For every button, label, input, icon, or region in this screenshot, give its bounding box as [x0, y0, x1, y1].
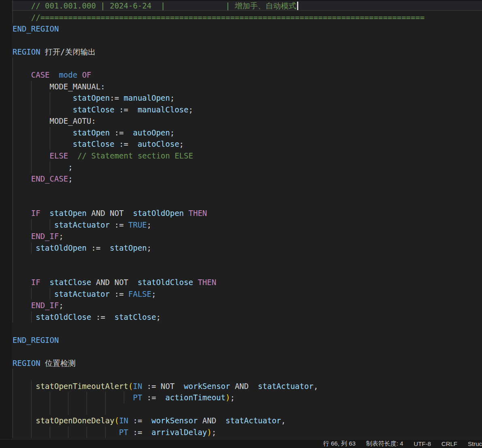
code-segment: PT	[119, 428, 128, 437]
code-line[interactable]	[13, 265, 425, 277]
code-line[interactable]: statActuator := FALSE;	[13, 288, 425, 300]
code-editor[interactable]: // 001.001.000 | 2024-6-24 | | 增加手、自动模式 …	[0, 0, 482, 439]
code-segment: (	[128, 382, 133, 391]
code-segment: PT	[133, 393, 142, 402]
code-line[interactable]: statOpenDoneDelay(IN := workSensor AND s…	[13, 415, 425, 427]
code-segment: ;	[147, 243, 151, 252]
code-segment	[40, 278, 50, 287]
code-line[interactable]: ;	[13, 161, 425, 173]
code-segment: statOldClose	[138, 278, 193, 287]
code-segment: ;	[179, 139, 184, 148]
code-segment	[13, 105, 73, 114]
code-segment: (	[115, 416, 119, 425]
code-segment: CASE	[31, 70, 50, 79]
code-line[interactable]: statOldClose := statClose;	[13, 311, 425, 323]
status-language-mode[interactable]: Struc	[468, 440, 482, 447]
code-segment	[13, 1, 31, 10]
code-line[interactable]: END_IF;	[13, 230, 425, 242]
code-segment: :=	[91, 313, 115, 321]
code-line[interactable]: PT := arrivalDelay);	[13, 427, 425, 438]
code-line[interactable]: statOpen:= manualOpen;	[13, 92, 425, 104]
code-segment: statOpen	[50, 209, 87, 218]
code-line[interactable]: statOpen := autoOpen;	[13, 127, 425, 139]
code-line[interactable]: END_IF;	[13, 300, 425, 311]
code-segment: statClose	[50, 278, 91, 287]
code-line[interactable]: statOldOpen := statOpen;	[13, 242, 425, 254]
code-segment	[13, 301, 31, 310]
code-segment: ,	[314, 382, 318, 391]
code-segment	[13, 82, 50, 91]
code-line[interactable]: ELSE // Statement section ELSE	[13, 150, 425, 162]
code-segment: statOldClose	[36, 313, 91, 321]
code-line[interactable]: END_REGION	[13, 23, 425, 35]
code-segment: statOpen	[73, 128, 110, 137]
code-segment: :=	[110, 290, 128, 298]
code-line[interactable]	[13, 346, 425, 357]
code-segment: )	[225, 393, 230, 402]
code-segment: arrivalDelay	[151, 428, 207, 437]
code-segment	[13, 163, 68, 171]
code-line[interactable]: END_CASE;	[13, 173, 425, 185]
code-segment	[13, 93, 73, 102]
status-encoding[interactable]: UTF-8	[414, 440, 431, 447]
code-line[interactable]: END_REGION	[13, 334, 425, 346]
code-segment: ;	[156, 313, 161, 321]
code-line[interactable]	[13, 254, 425, 265]
code-line[interactable]: //======================================…	[13, 12, 425, 23]
code-segment: statClose	[73, 139, 115, 148]
code-segment	[13, 232, 31, 241]
code-segment: END_REGION	[13, 24, 59, 33]
code-line[interactable]: PT := actionTimeout);	[13, 392, 425, 404]
code-line-current[interactable]: // 001.001.000 | 2024-6-24 | | 增加手、自动模式	[13, 0, 425, 12]
status-indentation[interactable]: 制表符长度: 4	[366, 440, 403, 448]
code-line[interactable]: statActuator := TRUE;	[13, 219, 425, 231]
code-segment: NOT	[161, 382, 174, 391]
code-segment	[13, 393, 133, 402]
status-cursor-position[interactable]: 行 66, 列 63	[323, 440, 356, 448]
code-line[interactable]: IF statClose AND NOT statOldClose THEN	[13, 277, 425, 288]
code-segment: workSensor	[184, 382, 230, 391]
code-line[interactable]: IF statOpen AND NOT statOldOpen THEN	[13, 207, 425, 219]
code-line[interactable]	[13, 323, 425, 334]
code-line[interactable]	[13, 35, 425, 46]
status-eol[interactable]: CRLF	[442, 440, 457, 447]
code-segment: 打开/关闭输出	[45, 47, 96, 56]
code-segment	[13, 139, 73, 148]
code-line[interactable]: statOpenTimeoutAlert(IN := NOT workSenso…	[13, 380, 425, 392]
code-segment: ;	[68, 163, 72, 171]
code-line[interactable]: statClose := autoClose;	[13, 138, 425, 150]
code-line[interactable]: MODE_AOTU:	[13, 115, 425, 127]
code-segment: statOpenDoneDelay	[36, 416, 114, 425]
code-line[interactable]	[13, 196, 425, 208]
code-segment	[50, 70, 59, 79]
code-segment: //======================================…	[13, 13, 425, 22]
code-segment: FALSE	[128, 290, 151, 298]
code-segment: statOpenTimeoutAlert	[36, 382, 128, 391]
code-line[interactable]	[13, 58, 425, 70]
code-segment	[13, 128, 73, 137]
code-segment: statOpen	[110, 243, 147, 252]
code-segment: ;	[170, 128, 174, 137]
code-line[interactable]: REGION 位置检测	[13, 357, 425, 369]
code-segment: ;	[59, 301, 63, 310]
code-segment: :=	[142, 382, 161, 391]
code-segment: :=	[110, 128, 133, 137]
code-line[interactable]: MODE_MANUAL:	[13, 81, 425, 93]
code-line[interactable]: REGION 打开/关闭输出	[13, 46, 425, 58]
code-line[interactable]	[13, 369, 425, 380]
code-line[interactable]	[13, 404, 425, 415]
code-segment: :=	[110, 93, 123, 102]
code-line[interactable]: statClose := manualClose;	[13, 104, 425, 116]
code-segment: ;	[68, 174, 72, 183]
code-line[interactable]	[13, 184, 425, 196]
code-line[interactable]: CASE mode OF	[13, 69, 425, 81]
code-segment	[13, 382, 36, 391]
code-segment: THEN	[189, 209, 207, 218]
code-segment: IN	[133, 382, 142, 391]
code-segment	[13, 209, 31, 218]
code-segment	[13, 116, 50, 125]
code-segment	[77, 70, 82, 79]
code-segment	[13, 151, 50, 160]
code-segment: statClose	[115, 313, 156, 321]
status-bar: 行 66, 列 63制表符长度: 4UTF-8CRLFStruc	[0, 439, 482, 448]
